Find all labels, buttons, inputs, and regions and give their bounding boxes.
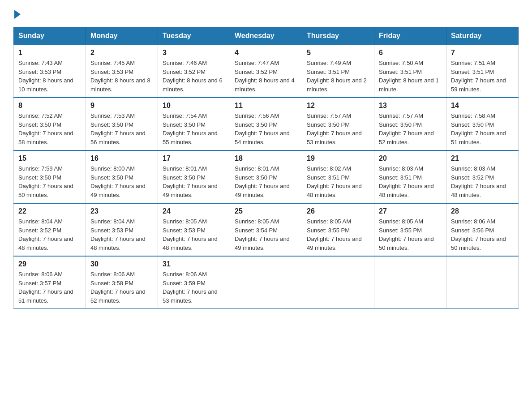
day-number: 30	[90, 260, 153, 268]
day-number: 3	[163, 49, 225, 57]
calendar-cell: 17 Sunrise: 8:01 AMSunset: 3:50 PMDaylig…	[158, 150, 230, 203]
day-info: Sunrise: 8:06 AMSunset: 3:56 PMDaylight:…	[451, 218, 506, 251]
calendar-cell: 16 Sunrise: 8:00 AMSunset: 3:50 PMDaylig…	[86, 150, 158, 203]
day-info: Sunrise: 8:01 AMSunset: 3:50 PMDaylight:…	[163, 165, 218, 198]
day-number: 20	[379, 154, 442, 163]
day-number: 12	[307, 102, 369, 110]
calendar-cell: 25 Sunrise: 8:05 AMSunset: 3:54 PMDaylig…	[230, 203, 302, 256]
day-info: Sunrise: 7:57 AMSunset: 3:50 PMDaylight:…	[379, 112, 434, 146]
day-number: 2	[90, 49, 153, 57]
calendar-cell	[230, 256, 302, 309]
day-info: Sunrise: 7:52 AMSunset: 3:50 PMDaylight:…	[18, 112, 73, 146]
day-info: Sunrise: 7:49 AMSunset: 3:51 PMDaylight:…	[307, 60, 367, 93]
calendar-cell: 30 Sunrise: 8:06 AMSunset: 3:58 PMDaylig…	[86, 256, 158, 309]
day-info: Sunrise: 7:47 AMSunset: 3:52 PMDaylight:…	[235, 60, 295, 93]
calendar-cell: 10 Sunrise: 7:54 AMSunset: 3:50 PMDaylig…	[158, 98, 230, 150]
calendar-cell: 26 Sunrise: 8:05 AMSunset: 3:55 PMDaylig…	[302, 203, 374, 256]
day-number: 9	[90, 102, 153, 110]
calendar-week-row: 1 Sunrise: 7:43 AMSunset: 3:53 PMDayligh…	[14, 45, 519, 98]
calendar-cell: 7 Sunrise: 7:51 AMSunset: 3:51 PMDayligh…	[446, 45, 519, 98]
column-header-friday: Friday	[374, 27, 446, 45]
day-info: Sunrise: 7:50 AMSunset: 3:51 PMDaylight:…	[379, 60, 439, 93]
day-info: Sunrise: 8:02 AMSunset: 3:51 PMDaylight:…	[307, 165, 362, 198]
day-info: Sunrise: 7:45 AMSunset: 3:53 PMDaylight:…	[90, 60, 150, 93]
calendar-cell	[302, 256, 374, 309]
calendar-cell: 4 Sunrise: 7:47 AMSunset: 3:52 PMDayligh…	[230, 45, 302, 98]
day-info: Sunrise: 8:04 AMSunset: 3:53 PMDaylight:…	[90, 218, 146, 251]
day-number: 28	[451, 207, 514, 215]
calendar-cell: 31 Sunrise: 8:06 AMSunset: 3:59 PMDaylig…	[158, 256, 230, 309]
column-header-saturday: Saturday	[446, 27, 519, 45]
calendar-cell: 21 Sunrise: 8:03 AMSunset: 3:52 PMDaylig…	[446, 150, 519, 203]
day-info: Sunrise: 8:00 AMSunset: 3:50 PMDaylight:…	[90, 165, 146, 198]
calendar-cell: 8 Sunrise: 7:52 AMSunset: 3:50 PMDayligh…	[14, 98, 86, 150]
calendar-cell: 19 Sunrise: 8:02 AMSunset: 3:51 PMDaylig…	[302, 150, 374, 203]
calendar-cell: 14 Sunrise: 7:58 AMSunset: 3:50 PMDaylig…	[446, 98, 519, 150]
calendar-cell: 5 Sunrise: 7:49 AMSunset: 3:51 PMDayligh…	[302, 45, 374, 98]
day-info: Sunrise: 8:04 AMSunset: 3:52 PMDaylight:…	[18, 218, 73, 251]
calendar-week-row: 29 Sunrise: 8:06 AMSunset: 3:57 PMDaylig…	[14, 256, 519, 309]
calendar-cell	[446, 256, 519, 309]
calendar-cell: 12 Sunrise: 7:57 AMSunset: 3:50 PMDaylig…	[302, 98, 374, 150]
day-number: 16	[90, 154, 153, 163]
calendar-cell: 20 Sunrise: 8:03 AMSunset: 3:51 PMDaylig…	[374, 150, 446, 203]
calendar-week-row: 8 Sunrise: 7:52 AMSunset: 3:50 PMDayligh…	[14, 98, 519, 150]
day-number: 1	[18, 49, 81, 57]
calendar-cell: 29 Sunrise: 8:06 AMSunset: 3:57 PMDaylig…	[14, 256, 86, 309]
day-info: Sunrise: 7:54 AMSunset: 3:50 PMDaylight:…	[163, 112, 218, 146]
day-info: Sunrise: 8:03 AMSunset: 3:52 PMDaylight:…	[451, 165, 506, 198]
calendar-week-row: 15 Sunrise: 7:59 AMSunset: 3:50 PMDaylig…	[14, 150, 519, 203]
day-info: Sunrise: 7:46 AMSunset: 3:52 PMDaylight:…	[163, 60, 223, 93]
day-info: Sunrise: 7:53 AMSunset: 3:50 PMDaylight:…	[90, 112, 146, 146]
day-number: 21	[451, 154, 514, 163]
day-number: 29	[18, 260, 81, 268]
column-header-thursday: Thursday	[302, 27, 374, 45]
day-info: Sunrise: 7:43 AMSunset: 3:53 PMDaylight:…	[18, 60, 73, 93]
day-number: 31	[163, 260, 225, 268]
calendar-cell: 28 Sunrise: 8:06 AMSunset: 3:56 PMDaylig…	[446, 203, 519, 256]
day-number: 27	[379, 207, 442, 215]
day-number: 7	[451, 49, 514, 57]
day-number: 18	[235, 154, 297, 163]
column-header-wednesday: Wednesday	[230, 27, 302, 45]
day-info: Sunrise: 8:05 AMSunset: 3:53 PMDaylight:…	[163, 218, 218, 251]
day-number: 19	[307, 154, 369, 163]
calendar-cell: 27 Sunrise: 8:05 AMSunset: 3:55 PMDaylig…	[374, 203, 446, 256]
calendar-cell: 24 Sunrise: 8:05 AMSunset: 3:53 PMDaylig…	[158, 203, 230, 256]
day-number: 11	[235, 102, 297, 110]
day-number: 17	[163, 154, 225, 163]
calendar-table: SundayMondayTuesdayWednesdayThursdayFrid…	[13, 27, 519, 309]
day-info: Sunrise: 7:59 AMSunset: 3:50 PMDaylight:…	[18, 165, 73, 198]
day-info: Sunrise: 8:01 AMSunset: 3:50 PMDaylight:…	[235, 165, 290, 198]
calendar-cell	[374, 256, 446, 309]
day-number: 24	[163, 207, 225, 215]
day-info: Sunrise: 8:06 AMSunset: 3:59 PMDaylight:…	[163, 271, 218, 304]
day-info: Sunrise: 7:57 AMSunset: 3:50 PMDaylight:…	[307, 112, 362, 146]
calendar-cell: 22 Sunrise: 8:04 AMSunset: 3:52 PMDaylig…	[14, 203, 86, 256]
day-number: 6	[379, 49, 442, 57]
day-number: 23	[90, 207, 153, 215]
day-number: 14	[451, 102, 514, 110]
day-number: 5	[307, 49, 369, 57]
day-info: Sunrise: 8:05 AMSunset: 3:54 PMDaylight:…	[235, 218, 290, 251]
day-number: 15	[18, 154, 81, 163]
day-info: Sunrise: 8:03 AMSunset: 3:51 PMDaylight:…	[379, 165, 434, 198]
calendar-cell: 13 Sunrise: 7:57 AMSunset: 3:50 PMDaylig…	[374, 98, 446, 150]
day-info: Sunrise: 7:56 AMSunset: 3:50 PMDaylight:…	[235, 112, 290, 146]
calendar-cell: 15 Sunrise: 7:59 AMSunset: 3:50 PMDaylig…	[14, 150, 86, 203]
calendar-week-row: 22 Sunrise: 8:04 AMSunset: 3:52 PMDaylig…	[14, 203, 519, 256]
calendar-cell: 9 Sunrise: 7:53 AMSunset: 3:50 PMDayligh…	[86, 98, 158, 150]
day-info: Sunrise: 8:06 AMSunset: 3:58 PMDaylight:…	[90, 271, 146, 304]
day-info: Sunrise: 8:06 AMSunset: 3:57 PMDaylight:…	[18, 271, 73, 304]
logo	[13, 9, 21, 19]
calendar-cell: 3 Sunrise: 7:46 AMSunset: 3:52 PMDayligh…	[158, 45, 230, 98]
day-number: 10	[163, 102, 225, 110]
day-number: 22	[18, 207, 81, 215]
calendar-cell: 11 Sunrise: 7:56 AMSunset: 3:50 PMDaylig…	[230, 98, 302, 150]
logo-arrow-icon	[14, 10, 21, 19]
calendar-cell: 23 Sunrise: 8:04 AMSunset: 3:53 PMDaylig…	[86, 203, 158, 256]
day-number: 4	[235, 49, 297, 57]
calendar-cell: 2 Sunrise: 7:45 AMSunset: 3:53 PMDayligh…	[86, 45, 158, 98]
day-number: 25	[235, 207, 297, 215]
column-header-tuesday: Tuesday	[158, 27, 230, 45]
